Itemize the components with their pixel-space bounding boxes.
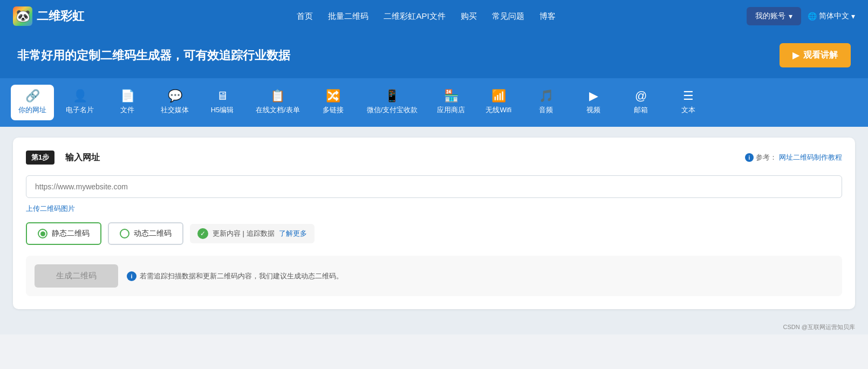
hero-banner: 非常好用的定制二维码生成器，可有效追踪行业数据 ▶ 观看讲解 — [0, 32, 868, 78]
type-item-h5[interactable]: 🖥 H5编辑 — [201, 85, 244, 120]
type-label-audio: 音频 — [539, 105, 553, 115]
type-label-doc: 在线文档/表单 — [256, 105, 300, 115]
dynamic-badge: ✓ 更新内容 | 追踪数据 了解更多 — [190, 224, 315, 243]
play-icon: ▶ — [792, 50, 799, 60]
upload-link[interactable]: 上传二维码图片 — [26, 203, 842, 222]
static-radio-label: 静态二维码 — [52, 229, 90, 238]
logo: 🐼 二维彩虹 — [13, 6, 84, 26]
file-icon: 📄 — [120, 90, 135, 102]
type-item-social[interactable]: 💬 社交媒体 — [153, 85, 196, 120]
appstore-icon: 🏪 — [444, 90, 459, 102]
hint-icon: i — [127, 271, 136, 281]
multi-icon: 🔀 — [326, 90, 340, 102]
type-item-appstore[interactable]: 🏪 应用商店 — [429, 85, 473, 120]
generate-hint: i 若需追踪扫描数据和更新二维码内容，我们建议生成动态二维码。 — [127, 271, 343, 281]
type-label-multi: 多链接 — [323, 105, 344, 115]
hero-title: 非常好用的定制二维码生成器，可有效追踪行业数据 — [17, 47, 290, 64]
type-item-text[interactable]: ☰ 文本 — [667, 85, 710, 120]
email-icon: @ — [635, 90, 647, 102]
step-reference: i 参考： 网址二维码制作教程 — [745, 153, 842, 162]
account-label: 我的账号 — [755, 11, 785, 21]
watch-button[interactable]: ▶ 观看讲解 — [780, 43, 851, 67]
type-item-audio[interactable]: 🎵 音频 — [524, 85, 568, 120]
account-chevron-icon: ▾ — [789, 12, 792, 20]
dynamic-radio-label: 动态二维码 — [134, 229, 172, 238]
nav-link-blog[interactable]: 博客 — [539, 9, 556, 24]
footer-watermark: CSDN @互联网运营知贝库 — [0, 320, 868, 334]
type-item-url[interactable]: 🔗 你的网址 — [11, 85, 54, 120]
type-item-doc[interactable]: 📋 在线文档/表单 — [248, 85, 307, 120]
check-icon: ✓ — [197, 228, 208, 239]
logo-text: 二维彩虹 — [37, 8, 84, 24]
type-label-h5: H5编辑 — [211, 105, 234, 115]
logo-icon: 🐼 — [13, 6, 32, 26]
type-label-appstore: 应用商店 — [437, 105, 465, 115]
nav-right: 我的账号 ▾ 🌐 简体中文 ▾ — [747, 7, 855, 25]
type-label-text: 文本 — [681, 105, 695, 115]
nav-link-home[interactable]: 首页 — [297, 9, 313, 24]
step-header: 第1步 输入网址 i 参考： 网址二维码制作教程 — [26, 151, 842, 165]
dynamic-badge-text: 更新内容 | 追踪数据 — [213, 229, 275, 238]
type-label-video: 视频 — [586, 105, 600, 115]
text-icon: ☰ — [683, 90, 694, 102]
doc-icon: 📋 — [270, 90, 285, 102]
type-selector: 🔗 你的网址 👤 电子名片 📄 文件 💬 社交媒体 🖥 H5编辑 📋 在线文档/… — [0, 78, 868, 127]
type-label-file: 文件 — [120, 105, 134, 115]
type-label-social: 社交媒体 — [161, 105, 189, 115]
type-item-vcard[interactable]: 👤 电子名片 — [58, 85, 101, 120]
ref-label: 参考： — [756, 153, 777, 162]
lang-chevron-icon: ▾ — [851, 12, 855, 20]
vcard-icon: 👤 — [73, 90, 87, 102]
step-card: 第1步 输入网址 i 参考： 网址二维码制作教程 上传二维码图片 静态二维码 动… — [13, 138, 855, 309]
main-content: 第1步 输入网址 i 参考： 网址二维码制作教程 上传二维码图片 静态二维码 动… — [0, 127, 868, 320]
url-input[interactable] — [26, 175, 842, 198]
type-label-url: 你的网址 — [18, 105, 46, 115]
generate-area: 生成二维码 i 若需追踪扫描数据和更新二维码内容，我们建议生成动态二维码。 — [26, 256, 842, 296]
type-label-wechat: 微信/支付宝收款 — [367, 105, 418, 115]
type-item-email[interactable]: @ 邮箱 — [619, 85, 662, 120]
watermark-text: CSDN @互联网运营知贝库 — [783, 324, 855, 330]
video-icon: ▶ — [589, 90, 598, 102]
lang-label: 简体中文 — [819, 11, 849, 21]
nav-link-buy[interactable]: 购买 — [461, 9, 477, 24]
hint-text: 若需追踪扫描数据和更新二维码内容，我们建议生成动态二维码。 — [140, 271, 343, 281]
nav-link-batch[interactable]: 批量二维码 — [328, 9, 368, 24]
type-item-video[interactable]: ▶ 视频 — [572, 85, 615, 120]
language-selector[interactable]: 🌐 简体中文 ▾ — [808, 11, 855, 21]
type-item-wechat[interactable]: 📱 微信/支付宝收款 — [359, 85, 426, 120]
navbar: 🐼 二维彩虹 首页 批量二维码 二维彩虹API文件 购买 常见问题 博客 我的账… — [0, 0, 868, 32]
audio-icon: 🎵 — [539, 90, 553, 102]
step-badge: 第1步 — [26, 151, 54, 165]
account-button[interactable]: 我的账号 ▾ — [747, 7, 801, 25]
static-radio-dot — [38, 229, 47, 238]
dynamic-radio-dot — [120, 229, 129, 238]
type-item-wifi[interactable]: 📶 无线Wifi — [477, 85, 520, 120]
type-label-wifi: 无线Wifi — [486, 105, 511, 115]
nav-link-faq[interactable]: 常见问题 — [492, 9, 524, 24]
radio-group: 静态二维码 动态二维码 ✓ 更新内容 | 追踪数据 了解更多 — [26, 222, 842, 245]
step-title: 输入网址 — [65, 152, 100, 163]
learn-more-link[interactable]: 了解更多 — [279, 229, 307, 238]
h5-icon: 🖥 — [216, 90, 228, 102]
social-icon: 💬 — [168, 90, 182, 102]
type-label-vcard: 电子名片 — [66, 105, 94, 115]
generate-button[interactable]: 生成二维码 — [35, 264, 118, 288]
wechat-icon: 📱 — [385, 90, 399, 102]
watch-label: 观看讲解 — [803, 50, 838, 61]
type-label-email: 邮箱 — [634, 105, 648, 115]
dynamic-radio[interactable]: 动态二维码 — [108, 222, 183, 245]
nav-link-api[interactable]: 二维彩虹API文件 — [384, 9, 445, 24]
nav-links: 首页 批量二维码 二维彩虹API文件 购买 常见问题 博客 — [106, 9, 747, 24]
ref-link[interactable]: 网址二维码制作教程 — [779, 153, 842, 162]
wifi-icon: 📶 — [491, 90, 506, 102]
static-radio[interactable]: 静态二维码 — [26, 222, 101, 245]
type-item-file[interactable]: 📄 文件 — [106, 85, 149, 120]
url-icon: 🔗 — [25, 90, 40, 102]
globe-icon: 🌐 — [808, 12, 817, 20]
type-item-multi[interactable]: 🔀 多链接 — [312, 85, 355, 120]
info-icon: i — [745, 153, 754, 162]
